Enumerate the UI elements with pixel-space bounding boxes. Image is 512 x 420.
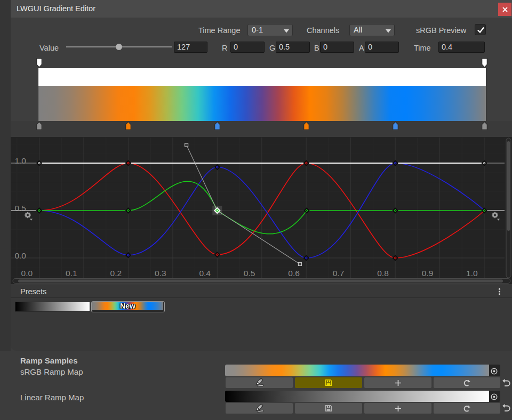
svg-text:0.7: 0.7 (333, 269, 345, 278)
svg-text:0.3: 0.3 (155, 269, 166, 278)
svg-text:1.0: 1.0 (14, 156, 26, 165)
svg-text:0.1: 0.1 (66, 269, 77, 278)
svg-text:0.2: 0.2 (110, 269, 122, 278)
svg-text:0.8: 0.8 (377, 269, 389, 278)
svg-text:0.6: 0.6 (288, 269, 300, 278)
svg-text:0.0: 0.0 (14, 251, 26, 260)
svg-text:0.5: 0.5 (244, 269, 255, 278)
svg-text:0.5: 0.5 (14, 204, 26, 213)
svg-text:0.0: 0.0 (21, 269, 33, 278)
svg-text:0.9: 0.9 (422, 269, 434, 278)
svg-text:1.0: 1.0 (466, 269, 478, 278)
svg-text:0.4: 0.4 (199, 269, 211, 278)
